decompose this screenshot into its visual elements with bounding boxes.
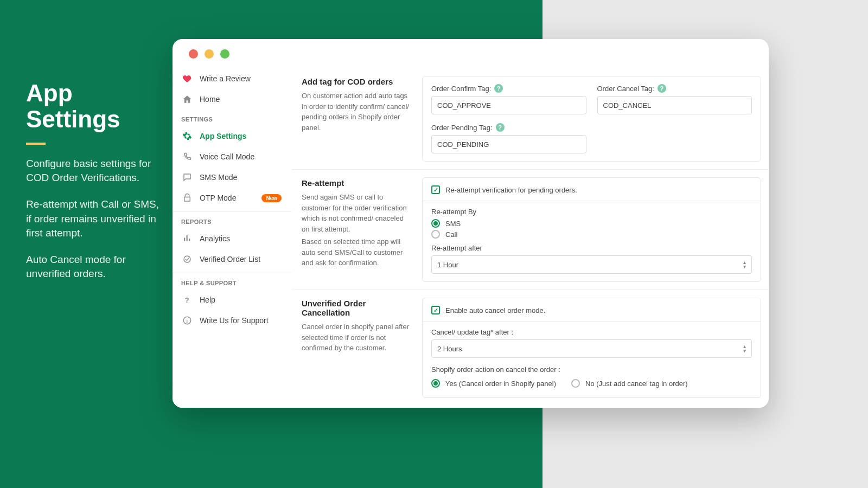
cancel-action-no[interactable]: No (Just add cancel tag in order) bbox=[571, 379, 688, 388]
chevron-updown-icon: ▴▾ bbox=[743, 260, 746, 269]
reattempt-checkbox-row[interactable]: ✓ Re-attempt verification for pending or… bbox=[431, 185, 752, 194]
section-tags-title: Add tag for COD orders bbox=[302, 77, 412, 86]
promo-para-2: Re-attempt with Call or SMS, if order re… bbox=[26, 197, 162, 241]
section-reattempt-desc2: Based on selected time app will auto sen… bbox=[302, 236, 412, 268]
window-maximize-dot[interactable] bbox=[220, 49, 229, 59]
sidebar-label: Home bbox=[200, 95, 220, 104]
reattempt-after-label: Re-attempt after bbox=[431, 244, 752, 252]
autocancel-checkbox-row[interactable]: ✓ Enable auto cancel order mode. bbox=[431, 306, 752, 314]
titlebar bbox=[173, 39, 769, 68]
sidebar-item-write-review[interactable]: Write a Review bbox=[173, 68, 291, 89]
radio-icon bbox=[431, 230, 440, 239]
confirm-tag-label: Order Confirm Tag: ? bbox=[431, 84, 586, 93]
cancel-tag-label: Order Cancel Tag: ? bbox=[597, 84, 752, 93]
section-reattempt: Re-attempt Send again SMS or call to cus… bbox=[292, 169, 769, 290]
checkbox-icon: ✓ bbox=[431, 306, 440, 314]
promo-title: App Settings bbox=[26, 80, 162, 133]
phone-icon bbox=[182, 152, 192, 162]
app-window: Write a Review Home SETTINGS App Setting… bbox=[173, 39, 769, 408]
divider bbox=[423, 321, 761, 322]
cancel-after-label: Cancel/ update tag* after : bbox=[431, 328, 752, 336]
info-icon: i bbox=[182, 316, 192, 325]
section-tags: Add tag for COD orders On customer actio… bbox=[292, 68, 769, 169]
section-reattempt-desc1: Send again SMS or call to customer for t… bbox=[302, 192, 412, 234]
lock-icon bbox=[182, 193, 192, 203]
promo-para-3: Auto Cancel mode for unverified orders. bbox=[26, 253, 162, 281]
section-tags-panel: Order Confirm Tag: ? Order Cancel Tag: ? bbox=[422, 76, 761, 162]
radio-icon bbox=[431, 219, 440, 228]
confirm-tag-input[interactable] bbox=[431, 96, 586, 114]
promo-para-1: Configure basic settings for COD Order V… bbox=[26, 157, 162, 185]
cancel-after-select[interactable]: 2 Hours ▴▾ bbox=[431, 339, 752, 358]
new-badge: New bbox=[261, 194, 282, 202]
sidebar-group-help: HELP & SUPPORT bbox=[173, 273, 291, 290]
question-icon: ? bbox=[182, 295, 192, 305]
pending-tag-input[interactable] bbox=[431, 135, 586, 153]
sidebar: Write a Review Home SETTINGS App Setting… bbox=[173, 68, 292, 408]
gear-icon bbox=[182, 131, 192, 141]
sidebar-label: App Settings bbox=[200, 132, 246, 140]
section-cancel-title: Unverified Order Cancellation bbox=[302, 299, 412, 317]
help-icon[interactable]: ? bbox=[496, 123, 505, 132]
sidebar-item-verified-list[interactable]: Verified Order List bbox=[173, 249, 291, 269]
sidebar-item-otp-mode[interactable]: OTP Mode New bbox=[173, 188, 291, 208]
sidebar-label: OTP Mode bbox=[200, 194, 236, 202]
pending-tag-label: Order Pending Tag: ? bbox=[431, 123, 586, 132]
window-close-dot[interactable] bbox=[189, 49, 198, 59]
section-reattempt-panel: ✓ Re-attempt verification for pending or… bbox=[422, 177, 761, 282]
sidebar-item-sms-mode[interactable]: SMS Mode bbox=[173, 167, 291, 188]
cancel-action-label: Shopify order action on cancel the order… bbox=[431, 365, 752, 374]
sidebar-label: Write a Review bbox=[200, 74, 251, 83]
sidebar-item-voice-call[interactable]: Voice Call Mode bbox=[173, 146, 291, 167]
content-area: Add tag for COD orders On customer actio… bbox=[292, 68, 769, 408]
sidebar-group-reports: REPORTS bbox=[173, 211, 291, 228]
sidebar-item-analytics[interactable]: Analytics bbox=[173, 228, 291, 249]
sidebar-label: Help bbox=[200, 296, 215, 304]
check-list-icon bbox=[182, 254, 192, 264]
reattempt-after-select[interactable]: 1 Hour ▴▾ bbox=[431, 255, 752, 274]
help-icon[interactable]: ? bbox=[494, 84, 503, 93]
promo-underline bbox=[26, 143, 46, 145]
sidebar-label: SMS Mode bbox=[200, 173, 237, 182]
radio-icon bbox=[571, 379, 580, 388]
reattempt-by-sms[interactable]: SMS bbox=[431, 219, 752, 228]
sidebar-label: Voice Call Mode bbox=[200, 152, 254, 161]
promo-panel: App Settings Configure basic settings fo… bbox=[26, 80, 162, 293]
reattempt-checkbox-label: Re-attempt verification for pending orde… bbox=[445, 186, 577, 194]
section-cancel: Unverified Order Cancellation Cancel ord… bbox=[292, 290, 769, 406]
autocancel-checkbox-label: Enable auto cancel order mode. bbox=[445, 306, 545, 314]
checkbox-icon: ✓ bbox=[431, 185, 440, 194]
section-cancel-desc: Cancel order in shopify panel after sele… bbox=[302, 322, 412, 354]
help-icon[interactable]: ? bbox=[658, 84, 666, 93]
section-cancel-panel: ✓ Enable auto cancel order mode. Cancel/… bbox=[422, 298, 761, 398]
svg-text:?: ? bbox=[185, 296, 189, 304]
cancel-action-yes[interactable]: Yes (Cancel order in Shopify panel) bbox=[431, 379, 556, 388]
chat-icon bbox=[182, 172, 192, 182]
cancel-tag-input[interactable] bbox=[597, 96, 752, 114]
sidebar-group-settings: SETTINGS bbox=[173, 110, 291, 126]
reattempt-by-call[interactable]: Call bbox=[431, 230, 752, 239]
sidebar-label: Verified Order List bbox=[200, 255, 260, 264]
sidebar-label: Analytics bbox=[200, 234, 230, 243]
window-minimize-dot[interactable] bbox=[205, 49, 214, 59]
sidebar-item-help[interactable]: ? Help bbox=[173, 290, 291, 310]
bar-chart-icon bbox=[182, 234, 192, 243]
section-reattempt-title: Re-attempt bbox=[302, 178, 412, 188]
sidebar-label: Write Us for Support bbox=[200, 316, 269, 325]
sidebar-item-write-us[interactable]: i Write Us for Support bbox=[173, 310, 291, 331]
reattempt-by-label: Re-attempt By bbox=[431, 208, 752, 216]
svg-point-0 bbox=[184, 256, 190, 262]
section-tags-desc: On customer action add auto tags in orde… bbox=[302, 91, 412, 133]
svg-text:i: i bbox=[187, 318, 188, 324]
home-icon bbox=[182, 94, 192, 104]
chevron-updown-icon: ▴▾ bbox=[743, 344, 746, 353]
divider bbox=[423, 201, 761, 201]
heart-icon bbox=[182, 74, 192, 84]
sidebar-item-app-settings[interactable]: App Settings bbox=[173, 126, 291, 146]
sidebar-item-home[interactable]: Home bbox=[173, 89, 291, 110]
radio-icon bbox=[431, 379, 440, 388]
